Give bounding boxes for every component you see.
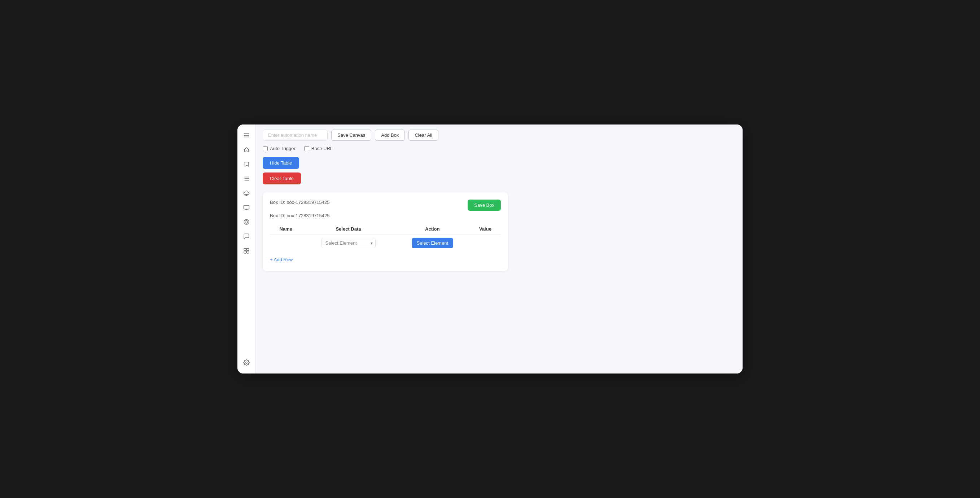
clear-table-button[interactable]: Clear Table xyxy=(262,172,301,185)
svg-point-7 xyxy=(244,178,245,179)
select-element-wrapper: Select Element xyxy=(321,238,375,248)
main-window: Save Canvas Add Box Clear All Auto Trigg… xyxy=(237,124,743,374)
table-row: Select Element Select Element xyxy=(270,235,501,251)
svg-rect-9 xyxy=(243,205,249,209)
add-box-button[interactable]: Add Box xyxy=(375,130,405,141)
main-content: Save Canvas Add Box Clear All Auto Trigg… xyxy=(256,124,743,374)
svg-rect-13 xyxy=(244,248,246,250)
group-icon[interactable] xyxy=(240,244,253,257)
base-url-text: Base URL xyxy=(312,146,332,151)
automation-name-input[interactable] xyxy=(262,130,328,141)
box-id-2: Box ID: box-1728319715425 xyxy=(270,213,501,218)
base-url-label[interactable]: Base URL xyxy=(304,146,332,151)
save-canvas-button[interactable]: Save Canvas xyxy=(331,130,371,141)
list-icon[interactable] xyxy=(240,172,253,185)
data-table: Name Select Data Action Value Select Ele… xyxy=(270,223,501,251)
select-element-dropdown[interactable]: Select Element xyxy=(321,238,375,248)
svg-rect-14 xyxy=(247,248,248,250)
auto-trigger-text: Auto Trigger xyxy=(270,146,296,151)
bookmark-icon[interactable] xyxy=(240,158,253,171)
col-header-name: Name xyxy=(270,223,302,235)
col-header-value: Value xyxy=(470,223,501,235)
svg-point-12 xyxy=(246,221,247,222)
settings-icon[interactable] xyxy=(240,356,253,369)
monitor-icon[interactable] xyxy=(240,201,253,214)
svg-point-17 xyxy=(245,362,247,364)
svg-rect-15 xyxy=(244,251,246,253)
target-icon[interactable] xyxy=(240,215,253,228)
svg-point-8 xyxy=(244,180,245,181)
home-icon[interactable] xyxy=(240,143,253,156)
options-row: Auto Trigger Base URL xyxy=(256,144,743,154)
svg-point-6 xyxy=(244,177,245,178)
base-url-checkbox[interactable] xyxy=(304,146,309,151)
action-buttons-row: Hide Table Clear Table xyxy=(256,154,743,189)
box-id-1: Box ID: box-1728319715425 xyxy=(270,200,330,205)
toolbar: Save Canvas Add Box Clear All xyxy=(256,124,743,144)
box-header: Box ID: box-1728319715425 Save Box xyxy=(270,200,501,211)
box-card: Box ID: box-1728319715425 Save Box Box I… xyxy=(262,193,508,271)
chat-icon[interactable] xyxy=(240,230,253,243)
col-header-action: Action xyxy=(395,223,470,235)
row-name-cell xyxy=(270,235,302,251)
auto-trigger-label[interactable]: Auto Trigger xyxy=(262,146,296,151)
row-select-data-cell: Select Element xyxy=(302,235,395,251)
clear-all-button[interactable]: Clear All xyxy=(409,130,438,141)
menu-icon[interactable] xyxy=(240,129,253,142)
svg-rect-16 xyxy=(247,251,248,253)
select-element-button[interactable]: Select Element xyxy=(412,238,453,248)
col-header-select-data: Select Data xyxy=(302,223,395,235)
auto-trigger-checkbox[interactable] xyxy=(262,146,268,151)
hide-table-button[interactable]: Hide Table xyxy=(262,157,299,169)
cloud-icon[interactable] xyxy=(240,186,253,200)
row-action-cell: Select Element xyxy=(395,235,470,251)
sidebar xyxy=(237,124,256,374)
row-value-cell xyxy=(470,235,501,251)
add-row-link[interactable]: + Add Row xyxy=(270,256,293,264)
save-box-button[interactable]: Save Box xyxy=(468,200,501,211)
